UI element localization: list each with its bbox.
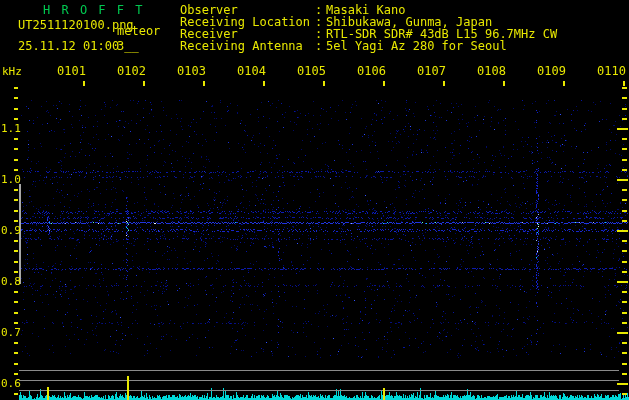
freq-axis-tick-left — [14, 393, 18, 395]
freq-axis-tick-left — [14, 189, 18, 191]
freq-axis-tick-right — [622, 363, 627, 365]
freq-axis-tick-right — [622, 97, 627, 99]
freq-axis-tick-left — [14, 250, 18, 252]
freq-axis-tick-right — [622, 301, 627, 303]
freq-axis-tick-left — [14, 148, 18, 150]
freq-axis-tick-right — [622, 312, 627, 314]
station-info-row: Receiving Antenna:5el Yagi Az 280 for Se… — [180, 40, 507, 53]
level-line — [19, 380, 619, 381]
freq-axis-tick-right — [622, 189, 627, 191]
time-axis-tick — [143, 81, 145, 86]
freq-axis-tick-left — [14, 108, 18, 110]
freq-axis-tick-right — [622, 159, 627, 161]
freq-axis-tick-right — [622, 373, 627, 375]
freq-axis-tick-right — [622, 322, 627, 324]
freq-axis-tick-left — [14, 312, 18, 314]
freq-axis-tick-right — [622, 148, 627, 150]
time-axis-label: 0109 — [522, 65, 566, 78]
freq-axis-tick-right — [622, 261, 627, 263]
freq-axis-tick-right — [622, 169, 627, 171]
freq-axis-label: 0.7 — [1, 327, 21, 339]
time-axis-label: 0106 — [342, 65, 386, 78]
freq-axis-tick-left — [14, 352, 18, 354]
freq-axis-tick-right — [617, 383, 628, 385]
freq-axis-tick-left — [14, 220, 18, 222]
freq-axis-tick-left — [14, 363, 18, 365]
freq-axis-tick-left — [14, 159, 18, 161]
freq-axis-tick-left — [14, 138, 18, 140]
freq-axis-tick-left — [14, 97, 18, 99]
freq-axis-tick-right — [622, 291, 627, 293]
hrofft-window: H R O F F T UT2511120100.png meteor 25.1… — [0, 0, 629, 400]
time-axis-tick — [563, 81, 565, 86]
time-axis-label: 0105 — [282, 65, 326, 78]
time-axis-tick — [323, 81, 325, 86]
freq-axis-label: 0.9 — [1, 225, 21, 237]
time-axis-tick — [203, 81, 205, 86]
freq-axis-tick-right — [617, 179, 628, 181]
app-title: H R O F F T — [43, 4, 144, 17]
time-axis-label: 0102 — [102, 65, 146, 78]
level-line — [19, 390, 619, 391]
station-info-key: Receiving Antenna — [180, 40, 315, 53]
freq-axis-tick-right — [617, 128, 628, 130]
time-axis-label: 0110 — [582, 65, 626, 78]
echo-marker-spike — [47, 387, 49, 400]
time-axis-tick — [83, 81, 85, 86]
level-line — [19, 370, 619, 371]
spectrogram-canvas — [0, 0, 629, 400]
time-axis-tick — [443, 81, 445, 86]
capture-datetime: 25.11.12 01:00 — [18, 40, 119, 53]
time-axis-tick — [383, 81, 385, 86]
station-info-value: 5el Yagi Az 280 for Seoul — [326, 40, 507, 53]
freq-axis-label: 0.8 — [1, 276, 21, 288]
freq-axis-label: 0.6 — [1, 378, 21, 390]
time-axis-tick — [503, 81, 505, 86]
time-axis-label: 0104 — [222, 65, 266, 78]
freq-axis-tick-right — [622, 271, 627, 273]
freq-axis-tick-right — [622, 250, 627, 252]
time-axis-label: 0101 — [42, 65, 86, 78]
freq-axis-tick-right — [622, 108, 627, 110]
freq-axis-tick-right — [622, 220, 627, 222]
freq-axis-label: 1.0 — [1, 174, 21, 186]
freq-axis-label: 1.1 — [1, 123, 21, 135]
freq-axis-tick-left — [14, 240, 18, 242]
freq-axis-tick-left — [14, 373, 18, 375]
time-axis-label: 0108 — [462, 65, 506, 78]
freq-axis-tick-left — [14, 261, 18, 263]
time-axis-tick — [623, 81, 625, 86]
freq-axis-tick-left — [14, 301, 18, 303]
freq-axis-tick-left — [14, 169, 18, 171]
station-info-colon: : — [315, 40, 326, 53]
echo-marker-spike — [127, 376, 129, 400]
freq-axis-tick-left — [14, 87, 18, 89]
status-counter: 3__ — [117, 40, 139, 53]
freq-axis-tick-left — [14, 322, 18, 324]
freq-axis-tick-left — [14, 342, 18, 344]
freq-axis-tick-right — [622, 138, 627, 140]
freq-axis-tick-right — [622, 199, 627, 201]
freq-axis-tick-left — [14, 210, 18, 212]
mode-label: meteor — [117, 25, 160, 38]
freq-axis-tick-right — [617, 332, 628, 334]
freq-axis-tick-left — [14, 199, 18, 201]
freq-axis-tick-left — [14, 271, 18, 273]
time-axis-label: 0103 — [162, 65, 206, 78]
time-axis-label: 0107 — [402, 65, 446, 78]
freq-axis-tick-right — [622, 240, 627, 242]
freq-axis-tick-right — [622, 352, 627, 354]
freq-axis-tick-right — [617, 281, 628, 283]
freq-axis-tick-right — [617, 230, 628, 232]
freq-axis-tick-left — [14, 291, 18, 293]
freq-axis-tick-right — [622, 87, 627, 89]
freq-axis-tick-right — [622, 210, 627, 212]
time-axis-tick — [263, 81, 265, 86]
freq-axis-tick-right — [622, 393, 627, 395]
freq-unit-label: kHz — [2, 65, 22, 78]
echo-marker-spike — [383, 388, 385, 400]
freq-axis-tick-left — [14, 118, 18, 120]
freq-axis-tick-right — [622, 342, 627, 344]
freq-axis-tick-right — [622, 118, 627, 120]
